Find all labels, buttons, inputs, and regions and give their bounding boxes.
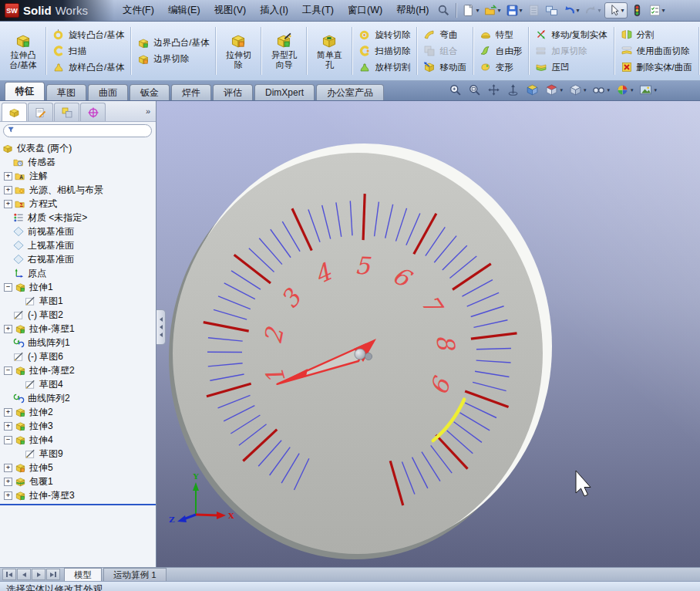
indent-button[interactable]: 压凹 — [532, 59, 610, 75]
undo-button[interactable]: ▾ — [561, 2, 581, 19]
open-folder-button[interactable]: ▾ — [483, 2, 503, 19]
menu-tools[interactable]: 工具(T) — [295, 1, 341, 20]
first-tab-button[interactable] — [2, 569, 16, 580]
split-button[interactable]: 分割 — [618, 27, 695, 42]
tree-item-25[interactable]: +拉伸-薄壁3 — [0, 488, 156, 502]
open-folder-dropdown-caret[interactable]: ▾ — [498, 7, 501, 14]
zoom-to-area-button[interactable] — [468, 83, 481, 96]
tree-expander[interactable]: + — [4, 408, 12, 417]
tree-expander[interactable]: + — [4, 491, 12, 500]
tab-办公室产品[interactable]: 办公室产品 — [316, 84, 384, 100]
hole-wizard-button[interactable]: 异型孔向导 — [264, 32, 303, 70]
save-dropdown-caret[interactable]: ▾ — [520, 7, 523, 14]
configurationmanager-tab[interactable] — [54, 103, 79, 121]
tree-item-13[interactable]: +拉伸-薄壁1 — [0, 322, 156, 336]
tree-expander[interactable]: + — [4, 464, 12, 472]
section-view-button[interactable] — [526, 83, 539, 96]
tree-expander[interactable]: + — [4, 172, 12, 181]
move-face-button[interactable]: 移动面 — [420, 59, 469, 75]
previous-tab-button[interactable] — [17, 569, 31, 580]
tree-expander[interactable]: + — [4, 325, 12, 333]
swept-cut-button[interactable]: 扫描切除 — [355, 43, 413, 59]
tree-item-12[interactable]: (-) 草图2 — [0, 308, 156, 322]
tree-expander[interactable]: + — [4, 200, 12, 208]
hide-show-items-dropdown-caret[interactable]: ▾ — [607, 87, 610, 93]
edit-appearance-dropdown-caret[interactable]: ▾ — [631, 87, 634, 93]
revolved-boss-base-button[interactable]: 旋转凸台/基体 — [49, 27, 127, 42]
tab-焊件[interactable]: 焊件 — [171, 84, 211, 100]
tab-钣金[interactable]: 钣金 — [130, 84, 170, 100]
tree-item-2[interactable]: +A注解 — [0, 169, 156, 183]
tree-item-11[interactable]: 草图1 — [0, 294, 156, 308]
rollback-bar[interactable] — [0, 504, 156, 505]
menu-view[interactable]: 视图(V) — [207, 1, 254, 20]
apply-scene-dropdown-caret[interactable]: ▾ — [654, 87, 657, 93]
view-orientation-button[interactable]: ▾ — [545, 83, 563, 96]
tree-item-24[interactable]: +包覆1 — [0, 474, 156, 488]
menu-help[interactable]: 帮助(H) — [389, 1, 436, 20]
tab-曲面[interactable]: 曲面 — [88, 84, 128, 100]
tree-item-15[interactable]: (-) 草图6 — [0, 350, 156, 363]
featuremanager-tab[interactable] — [2, 103, 27, 121]
swept-boss-button[interactable]: 扫描 — [49, 43, 127, 59]
panel-overflow-chevron[interactable]: » — [146, 106, 150, 116]
menu-edit[interactable]: 编辑(E) — [161, 1, 207, 20]
tree-item-21[interactable]: −拉伸4 — [0, 433, 156, 447]
flex-button[interactable]: 弯曲 — [420, 27, 469, 42]
make-drawing-button[interactable] — [544, 2, 560, 19]
revolved-cut-button[interactable]: 旋转切除 — [355, 27, 413, 42]
tree-item-7[interactable]: 上视基准面 — [0, 238, 156, 252]
deform-button[interactable]: 变形 — [476, 59, 526, 75]
tab-特征[interactable]: 特征 — [5, 82, 45, 100]
move-copy-bodies-button[interactable]: 移动/复制实体 — [532, 27, 610, 42]
view-orientation-dropdown-caret[interactable]: ▾ — [560, 87, 563, 93]
select-cursor-button[interactable]: ▾ — [604, 2, 628, 19]
simple-hole-button[interactable]: 简单直孔 — [310, 32, 348, 70]
zoom-to-fit-button[interactable] — [449, 83, 462, 96]
last-tab-button[interactable] — [46, 569, 60, 580]
menu-insert[interactable]: 插入(I) — [253, 1, 295, 20]
tab-DimXpert[interactable]: DimXpert — [254, 84, 315, 100]
tree-expander[interactable]: + — [4, 186, 12, 194]
rotate-view-button[interactable] — [506, 83, 520, 96]
boundary-boss-base-button[interactable]: 边界凸台/基体 — [134, 35, 212, 51]
undo-dropdown-caret[interactable]: ▾ — [577, 7, 580, 14]
tree-item-19[interactable]: +拉伸2 — [0, 405, 156, 419]
boundary-cut-button[interactable]: 边界切除 — [134, 52, 212, 67]
panel-splitter-handle[interactable] — [156, 309, 166, 345]
select-cursor-dropdown-caret[interactable]: ▾ — [621, 7, 624, 14]
menu-file[interactable]: 文件(F) — [116, 1, 161, 20]
tree-item-3[interactable]: +光源、相机与布景 — [0, 183, 156, 197]
tab-草图[interactable]: 草图 — [46, 84, 86, 100]
tree-filter-input[interactable] — [3, 124, 152, 137]
dome-button[interactable]: 特型 — [476, 27, 526, 42]
lofted-cut-button[interactable]: 放样切割 — [355, 59, 413, 75]
new-document-button[interactable]: ▾ — [460, 2, 480, 19]
tree-item-18[interactable]: 曲线阵列2 — [0, 391, 156, 405]
tree-item-14[interactable]: 曲线阵列1 — [0, 336, 156, 350]
tab-评估[interactable]: 评估 — [213, 84, 253, 100]
options-checklist-button[interactable]: ▾ — [647, 2, 667, 19]
tree-expander[interactable]: − — [4, 436, 12, 444]
pan-button[interactable] — [487, 83, 500, 96]
tree-item-22[interactable]: 草图9 — [0, 447, 156, 461]
display-style-dropdown-caret[interactable]: ▾ — [584, 87, 587, 93]
display-style-button[interactable]: ▾ — [569, 83, 587, 96]
new-document-dropdown-caret[interactable]: ▾ — [476, 7, 479, 14]
tree-item-10[interactable]: −拉伸1 — [0, 280, 156, 294]
tree-item-4[interactable]: +Σ方程式 — [0, 197, 156, 211]
tree-item-8[interactable]: 右视基准面 — [0, 252, 156, 266]
tree-expander[interactable]: − — [4, 283, 12, 292]
tree-item-17[interactable]: 草图4 — [0, 377, 156, 391]
search-button[interactable] — [436, 2, 452, 19]
tree-item-0[interactable]: 仪表盘 (两个) — [0, 141, 156, 155]
doc-tab-模型[interactable]: 模型 — [64, 568, 102, 581]
next-tab-button[interactable] — [32, 569, 45, 580]
save-button[interactable]: ▾ — [504, 2, 524, 19]
menu-window[interactable]: 窗口(W) — [341, 1, 389, 20]
traffic-light-button[interactable] — [629, 2, 645, 19]
tree-expander[interactable]: + — [4, 422, 12, 431]
tree-item-1[interactable]: 传感器 — [0, 155, 156, 169]
hide-show-items-button[interactable]: ▾ — [592, 83, 610, 96]
tree-item-16[interactable]: −拉伸-薄壁2 — [0, 363, 156, 377]
